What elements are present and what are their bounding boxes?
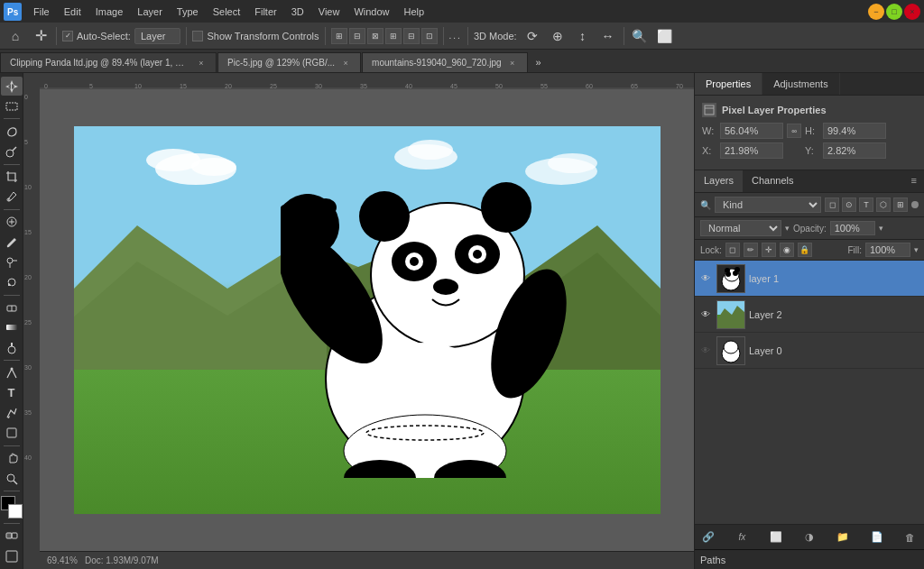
brush-tool[interactable] [1,233,23,252]
quick-select-tool[interactable] [1,142,23,161]
blend-mode-dropdown[interactable]: Normal [700,220,781,236]
lock-transparent-icon[interactable]: ◻ [725,243,740,257]
eraser-tool[interactable] [1,298,23,317]
layer-fx-icon[interactable]: fx [734,529,750,546]
tab-2[interactable]: Pic-5.jpg @ 129% (RGB/... × [217,52,361,72]
text-tool[interactable]: T [1,383,23,402]
tab-channels[interactable]: Channels [743,170,802,192]
lock-artboard-icon[interactable]: ◉ [780,243,794,257]
zoom-tool[interactable] [1,469,23,488]
menu-window[interactable]: Window [347,5,395,19]
y-value[interactable]: 2.82% [823,142,886,159]
crop-tool[interactable] [1,168,23,187]
link-layers-icon[interactable]: 🔗 [700,529,716,546]
align-center-icon[interactable]: ⊟ [349,28,365,44]
filter-type-icon[interactable]: T [859,197,873,212]
history-brush-tool[interactable] [1,273,23,292]
menu-type[interactable]: Type [171,5,205,19]
rotate-icon[interactable]: ⟳ [522,26,542,46]
align-right-icon[interactable]: ⊠ [367,28,383,44]
x-value[interactable]: 21.98% [720,142,783,159]
tab-1[interactable]: Clipping Panda ltd.jpg @ 89.4% (layer 1,… [0,52,217,72]
menu-file[interactable]: File [27,5,56,19]
tab-3[interactable]: mountains-919040_960_720.jpg × [362,52,527,72]
eyedropper-tool[interactable] [1,188,23,206]
tab-adjustments[interactable]: Adjustments [762,73,840,95]
layer-dropdown[interactable]: Layer [134,28,181,44]
layer-0-visibility[interactable]: 👁 [698,344,713,358]
align-bottom-icon[interactable]: ⊡ [421,28,438,44]
marquee-tool[interactable] [1,96,23,115]
menu-image[interactable]: Image [89,5,130,19]
search-icon[interactable]: 🔍 [630,26,650,46]
lock-all-icon[interactable]: 🔒 [798,243,812,257]
slide-icon[interactable]: ↔ [598,26,618,46]
workspace-icon[interactable]: ⬜ [655,26,675,46]
hand-tool[interactable] [1,449,23,468]
menu-3d[interactable]: 3D [285,5,310,19]
layer-1-visibility[interactable]: 👁 [698,271,713,286]
svg-point-18 [7,474,14,482]
tab-1-close[interactable]: × [196,58,207,69]
filter-kind-dropdown[interactable]: Kind [715,197,821,213]
align-middle-icon[interactable]: ⊟ [403,28,420,44]
filter-toggle[interactable] [911,201,919,208]
background-color[interactable] [8,504,23,519]
layers-menu-button[interactable]: ≡ [904,170,924,192]
tab-overflow-button[interactable]: » [529,52,549,72]
auto-select-checkbox[interactable]: ✓ [62,31,73,41]
tab-layers[interactable]: Layers [695,170,743,192]
w-value[interactable]: 56.04% [720,123,783,139]
menu-select[interactable]: Select [207,5,247,19]
lock-move-icon[interactable]: ✛ [762,243,776,257]
delete-layer-icon[interactable]: 🗑 [902,529,919,546]
align-top-icon[interactable]: ⊞ [385,28,402,44]
close-button[interactable]: × [904,4,920,20]
layer-item-2[interactable]: 👁 Layer 2 [695,297,924,333]
lasso-tool[interactable] [1,122,23,141]
clone-stamp-tool[interactable] [1,252,23,271]
filter-adjust-icon[interactable]: ⊙ [842,197,856,212]
more-options[interactable]: ... [449,31,462,41]
home-icon[interactable]: ⌂ [5,26,25,46]
gradient-tool[interactable] [1,318,23,337]
layer-2-visibility[interactable]: 👁 [698,307,713,322]
tab-3-close[interactable]: × [507,58,518,69]
layer-item-0[interactable]: 👁 Layer 0 [695,333,924,369]
quick-mask-button[interactable] [1,527,23,546]
add-mask-icon[interactable]: ⬜ [768,529,784,546]
new-group-icon[interactable]: 📁 [835,529,851,546]
move-tool[interactable] [1,77,23,96]
h-value[interactable]: 99.4% [823,123,886,139]
shape-tool[interactable] [1,424,23,443]
healing-tool[interactable] [1,213,23,232]
filter-smart-icon[interactable]: ⊞ [893,197,908,212]
menu-edit[interactable]: Edit [58,5,88,19]
fill-value[interactable]: 100% [865,243,910,257]
lock-paint-icon[interactable]: ✏ [744,243,758,257]
tab-2-close[interactable]: × [340,58,351,69]
link-wh-icon[interactable]: ∞ [787,124,801,138]
minimize-button[interactable]: − [868,4,884,20]
move-tool-icon[interactable]: ✛ [31,26,51,46]
dodge-tool[interactable] [1,338,23,357]
menu-view[interactable]: View [312,5,346,19]
align-left-icon[interactable]: ⊞ [331,28,347,44]
new-layer-icon[interactable]: 📄 [869,529,885,546]
maximize-button[interactable]: □ [886,4,902,20]
path-select-tool[interactable] [1,404,23,423]
pan-icon[interactable]: ↕ [573,26,593,46]
adjustment-layer-icon[interactable]: ◑ [801,529,818,546]
layer-item-1[interactable]: 👁 layer 1 [695,261,924,297]
transform-checkbox[interactable] [192,31,203,41]
opacity-value[interactable]: 100% [830,221,875,235]
screen-mode-button[interactable] [1,546,23,565]
filter-shape-icon[interactable]: ⬡ [876,197,891,212]
pen-tool[interactable] [1,363,23,382]
menu-help[interactable]: Help [398,5,431,19]
menu-layer[interactable]: Layer [131,5,169,19]
orbit-icon[interactable]: ⊕ [548,26,568,46]
tab-properties[interactable]: Properties [695,73,762,95]
filter-pixel-icon[interactable]: ◻ [825,197,839,212]
menu-filter[interactable]: Filter [248,5,282,19]
